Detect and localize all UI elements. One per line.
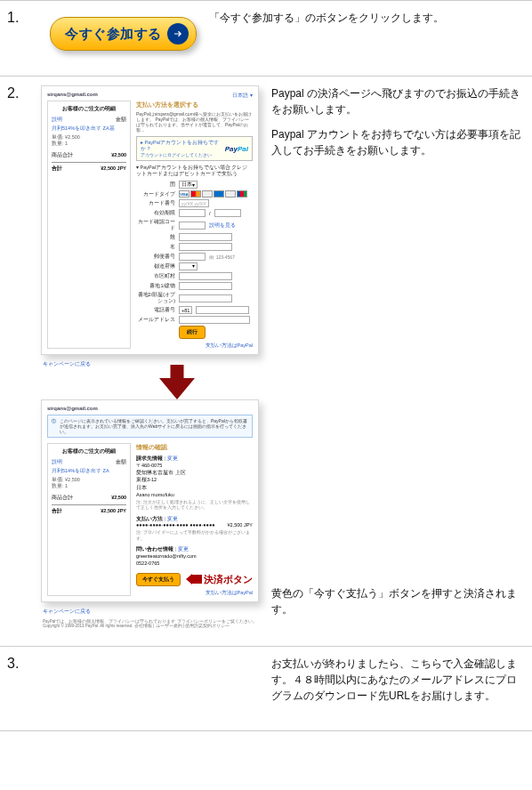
svg-marker-0 [159,365,195,399]
paypal-logo-icon: PayPal [225,145,248,153]
modify-link[interactable]: 変更 [178,546,189,552]
mastercard-icon [190,190,201,198]
tel-prefix[interactable]: +81 [179,306,192,314]
step-1-description: 「今すぐ参加する」のボタンをクリックします。 [209,10,444,35]
prefecture-select[interactable]: ▾ [179,262,197,270]
payment-method-section: 支払い方法変更 ●●●●-●●●●-●●●●-●●●● ●●●●-●●●●¥2,… [136,516,253,541]
down-arrow-icon [94,365,259,403]
payment-form: 支払い方法を選択する PayPalはsirqans@gmail.com様へ安全に… [136,101,253,349]
order-item-name: 月利514%を叩き出す ZA基 [52,125,115,132]
city-input[interactable] [179,272,232,280]
step-2-description: Paypal の決済ページへ飛びますのでお振込の手続きをお願いします。 Payp… [271,85,525,626]
visa-icon: VISA [179,190,189,198]
step-1: 1. 今すぐ参加する 「今すぐ参加する」のボタンをクリックします。 [0,0,532,76]
amex-icon [214,190,224,198]
csc-input[interactable] [179,222,206,230]
join-now-button[interactable]: 今すぐ参加する [50,17,197,51]
address1-input[interactable] [179,282,232,290]
paypal-login-box[interactable]: ▸ PayPalアカウントをお持ちですか？ アカウントにログインしてください P… [136,136,253,161]
payment-button-callout: 決済ボタン [186,573,253,586]
card-icon [225,190,236,198]
csc-help-link[interactable]: 説明を見る [209,222,236,229]
info-icon: ⓘ [52,418,56,434]
card-icon [202,190,213,198]
language-link[interactable]: 日本語 ▾ [232,92,253,100]
legal-footer: PayPalでは、お客様の個人情報、プライバシーは守られております プライバシー… [41,619,259,629]
address2-input[interactable] [179,294,232,302]
modify-link[interactable]: 変更 [167,516,178,521]
modify-link[interactable]: 変更 [167,455,178,461]
step-3-description: お支払いが終わりましたら、こちらで入金確認します。４８時間以内にあなたのメールア… [271,656,525,713]
country-select[interactable]: 日本 ▾ [179,181,197,189]
merchant-email: sirqans@gmail.com [47,406,253,411]
step-2-number: 2. [7,85,32,628]
zip-input[interactable] [179,253,206,261]
pay-now-button[interactable]: 今すぐ支払う [136,573,181,586]
card-type-icons[interactable]: VISA [179,190,247,198]
info-notice: ⓘ このページに表示されている情報をご確認ください。支払いが完了すると、PayP… [47,415,253,438]
lastname-input[interactable] [179,233,232,241]
step-2-screenshots: 日本語 ▾ sirqans@gmail.com お客様のご注文の明細 説明金額 … [41,85,259,628]
step-1-number: 1. [7,10,32,58]
exp-month-input[interactable] [179,209,206,217]
exp-year-input[interactable] [214,209,241,217]
back-to-offer-link[interactable]: キャンペーンに戻る [43,608,259,616]
billing-info-section: 請求先情報変更 〒460-0075 愛知県名古屋市 上区 東桜3-12 日本 A… [136,455,253,511]
paypal-checkout-panel: 日本語 ▾ sirqans@gmail.com お客様のご注文の明細 説明金額 … [41,85,259,355]
paypal-confirm-panel: sirqans@gmail.com ⓘ このページに表示されている情報をご確認く… [41,399,259,602]
step-3: 3. お支払いが終わりましたら、こちらで入金確認します。４８時間以内にあなたのメ… [0,646,532,731]
contact-info-section: 問い合わせ情報変更 greenteatornado@nifty.com 0522… [136,546,253,567]
order-summary: お客様のご注文の明細 説明金額 月利514%を叩き出す ZA基 単価: ¥2,5… [47,101,131,349]
jcb-icon [237,190,247,198]
step-3-number: 3. [7,656,32,713]
continue-button[interactable]: 続行 [179,326,206,339]
card-number-input[interactable]: yy/XX yy/XX [179,199,209,207]
order-summary: お客様のご注文の明細 説明金額 月利514%を叩き出す ZA 単価: ¥2,50… [47,443,131,596]
join-now-label: 今すぐ参加する [65,26,162,43]
step-2: 2. 日本語 ▾ sirqans@gmail.com お客様のご注文の明細 説明… [0,76,532,646]
firstname-input[interactable] [179,243,232,251]
tel-input[interactable] [196,306,249,314]
email-input[interactable] [179,316,250,324]
step-1-button-area: 今すぐ参加する [41,10,197,58]
confirm-heading: 情報の確認 [136,443,253,452]
arrow-right-icon [167,23,189,44]
merchant-email: sirqans@gmail.com [47,92,253,97]
svg-marker-1 [186,574,202,584]
